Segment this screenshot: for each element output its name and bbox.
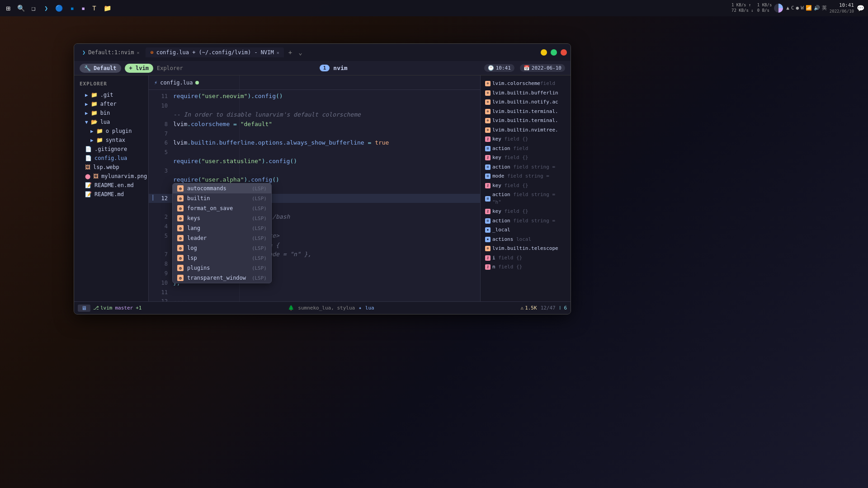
status-mode: 🖥 [78, 305, 90, 312]
minimize-button[interactable]: − [541, 49, 547, 56]
rp-icon-actions: ▪ [485, 237, 491, 242]
sidebar-item-plugin[interactable]: ▶ 📁 o plugin [74, 127, 148, 136]
rp-action-string1[interactable]: ⊞ action field string = [482, 163, 569, 172]
time-badge: 🕐 10:41 [484, 64, 514, 72]
git-repo: lvim [100, 305, 113, 311]
rp-colorscheme[interactable]: ⊕ lvim.colorschemefield [482, 79, 569, 89]
sidebar-item-bin[interactable]: ▶ 📁 bin [74, 108, 148, 117]
sidebar-item-lua[interactable]: ▼ 📂 lua [74, 117, 148, 127]
ac-item-leader[interactable]: ⊕ leader (LSP) [173, 233, 271, 243]
ac-item-lsp[interactable]: ⊕ lsp (LSP) [173, 253, 271, 263]
ac-item-builtin[interactable]: ⊕ builtin (LSP) [173, 193, 271, 203]
tab-add-button[interactable]: + [286, 48, 295, 57]
modified-dot [195, 81, 199, 84]
ac-item-format[interactable]: ⊕ format_on_save (LSP) [173, 203, 271, 213]
taskbar-app-ps[interactable]: ❯ [42, 4, 51, 13]
ac-item-transparent[interactable]: ⊕ transparent_window (LSP) [173, 273, 271, 283]
tab-dropdown[interactable]: ⌄ [297, 48, 304, 57]
rp-terminal2[interactable]: ⊕ lvim.builtin.terminal. [482, 116, 569, 126]
rp-key4[interactable]: ⚷ key field {} [482, 207, 569, 216]
taskbar-app-chrome[interactable]: 🔵 [52, 4, 66, 13]
task-view-button[interactable]: ❑ [29, 4, 38, 13]
tab-close-2[interactable]: ✕ [277, 50, 279, 55]
taskbar-app-vs[interactable]: ▪ [79, 4, 88, 13]
code-tab-config[interactable]: ⚡ config.lua [154, 80, 199, 86]
code-line-10: 10 [149, 101, 480, 110]
lvim-profile-button[interactable]: + lvim [125, 64, 153, 73]
rp-icon-action-h: ⊞ [485, 196, 491, 202]
tab-powershell[interactable]: ❯ Default:1:nvim ✕ [78, 47, 144, 57]
tab-nvim[interactable]: ⊕ config.lua + (~/.config/lvim) - NVIM ✕ [146, 47, 283, 57]
close-button[interactable]: ✕ [561, 49, 567, 56]
rp-mode[interactable]: ⊞ mode field string = [482, 172, 569, 181]
sidebar-item-readme-en[interactable]: 📝 README.en.md [74, 181, 148, 190]
taskbar-app-folder[interactable]: 📁 [101, 4, 114, 13]
ac-item-autocommands[interactable]: ⊕ autocommands (LSP) [173, 183, 271, 193]
sidebar-item-lspwebp[interactable]: 🖼 lsp.webp [74, 163, 148, 172]
rp-key2[interactable]: ⚷ key field {} [482, 153, 569, 163]
ac-icon-lang: ⊕ [177, 225, 184, 231]
start-button[interactable]: ⊞ [4, 4, 13, 13]
rp-terminal1[interactable]: ⊕ lvim.builtin.terminal. [482, 107, 569, 117]
toolbar: 🔧 Default + lvim Explorer 1 nvim 🕐 10:41… [74, 61, 571, 75]
rp-icon-i: ⚷ [485, 255, 491, 261]
editor-window: ❯ Default:1:nvim ✕ ⊕ config.lua + (~/.co… [74, 43, 571, 314]
tree-icon: 🌲 [288, 305, 294, 311]
rp-n[interactable]: ⚷ n field {} [482, 263, 569, 272]
taskbar-app-t[interactable]: T [90, 4, 99, 13]
ac-item-log[interactable]: ⊕ log (LSP) [173, 243, 271, 253]
ac-icon-leader: ⊕ [177, 235, 184, 241]
sidebar-item-mylunarvim[interactable]: ⬤ 🖼 mylunarvim.png [74, 172, 148, 181]
rp-icon-key2: ⚷ [485, 155, 491, 160]
rp-nvimtree[interactable]: ⊕ lvim.builtin.nvimtree. [482, 126, 569, 135]
folder-icon-plugin: 📁 [96, 128, 103, 134]
status-warning: ⚠ 1.5K [521, 305, 537, 311]
ac-icon-builtin: ⊕ [177, 195, 184, 202]
default-profile-button[interactable]: 🔧 Default [80, 64, 121, 73]
rp-icon-action1: ⊞ [485, 146, 491, 151]
rp-actions[interactable]: ▪ actions local [482, 235, 569, 244]
folder-icon-syntax: 📁 [96, 137, 103, 143]
rp-telescope[interactable]: ⊕ lvim.builtin.telescope [482, 244, 569, 253]
status-center: 🌲 sumneko_lua, stylua ✦ lua [146, 305, 517, 311]
rp-icon-key4: ⚷ [485, 209, 491, 214]
sidebar-item-after[interactable]: ▶ 📁 after [74, 99, 148, 108]
chevron-right-icon-bin: ▶ [85, 110, 88, 116]
rp-bufferline[interactable]: ⊕ lvim.builtin.bufferlin [482, 89, 569, 98]
code-editor[interactable]: ⚡ config.lua 11 require("user.neovim").c… [149, 75, 480, 301]
sidebar-item-readme[interactable]: 📝 README.md [74, 190, 148, 199]
rp-key3[interactable]: ⚷ key field {} [482, 181, 569, 191]
chevron-right-icon-plugin: ▶ [90, 128, 94, 134]
right-panel: ⊕ lvim.colorschemefield ⊕ lvim.builtin.b… [480, 75, 571, 301]
sidebar-item-gitignore[interactable]: 📄 .gitignore [74, 145, 148, 154]
autocomplete-popup: ⊕ autocommands (LSP) ⊕ builtin (LSP) ⊕ f… [172, 183, 272, 283]
rp-action1[interactable]: ⊞ action field [482, 144, 569, 154]
code-line-statusline: require("user.statusline").config() [149, 157, 480, 166]
taskbar-app-code[interactable]: ▪ [67, 4, 76, 13]
search-button[interactable]: 🔍 [16, 4, 25, 13]
rp-notify[interactable]: ⊕ lvim.builtin.notify.ac [482, 98, 569, 107]
circle-icon-mylunarvim: ⬤ [85, 174, 90, 179]
ac-item-lang[interactable]: ⊕ lang (LSP) [173, 223, 271, 233]
sidebar-item-git[interactable]: ▶ 📁 .git [74, 90, 148, 99]
rp-key1[interactable]: ⚷ key field {} [482, 135, 569, 144]
notification-icon[interactable]: 💬 [857, 5, 864, 12]
code-line-divider1: 12 ---- ------- [149, 297, 480, 301]
rp-i[interactable]: ⚷ i field {} [482, 253, 569, 263]
rp-icon-n: ⚷ [485, 264, 491, 270]
ac-item-plugins[interactable]: ⊕ plugins (LSP) [173, 263, 271, 273]
rp-action-string2[interactable]: ⊞ action field string = [482, 216, 569, 226]
net-stats: 1 KB/s ↑ 72 KB/s ↓ [731, 3, 754, 13]
ac-item-keys[interactable]: ⊕ keys (LSP) [173, 213, 271, 223]
filename: config.lua [160, 80, 193, 86]
sidebar-title: Explorer [74, 79, 148, 90]
tab-close-1[interactable]: ✕ [137, 50, 139, 55]
rp-action-h[interactable]: ⊞ action field string = "h" [482, 190, 569, 207]
status-git: ⎇ lvim [93, 305, 113, 311]
rp-local[interactable]: ▪ _local [482, 225, 569, 235]
status-position: 12/47 [541, 305, 556, 311]
sidebar-item-config[interactable]: 📄 config.lua [74, 154, 148, 163]
maximize-button[interactable]: □ [551, 49, 557, 56]
sidebar-item-syntax[interactable]: ▶ 📁 syntax [74, 136, 148, 145]
editor-area: Explorer ▶ 📁 .git ▶ 📁 after ▶ 📁 bin ▼ 📂 … [74, 75, 571, 301]
